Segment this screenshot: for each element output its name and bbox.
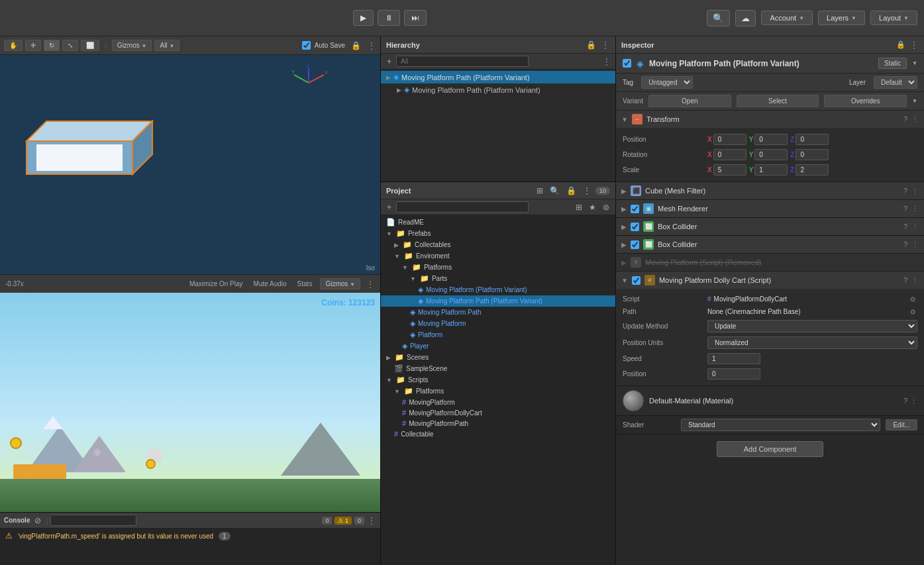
cube-mesh-help[interactable]: ? — [903, 187, 907, 195]
box-collider1-more[interactable]: ⋮ — [911, 223, 919, 231]
layer-select[interactable]: Default — [874, 76, 917, 89]
tag-select[interactable]: Untagged — [641, 76, 693, 89]
box-collider2-header[interactable]: ▶ ⬜ Box Collider ? ⋮ — [616, 236, 924, 253]
console-clear-button[interactable]: ⊘ — [32, 515, 43, 526]
mesh-renderer-header[interactable]: ▶ ▣ Mesh Renderer ? ⋮ — [616, 200, 924, 217]
scale-x-input[interactable] — [713, 164, 746, 176]
dolly-cart-header[interactable]: ▼ # Moving Platform Dolly Cart (Script) … — [616, 272, 924, 289]
box-collider2-more[interactable]: ⋮ — [911, 240, 919, 249]
rot-x-input[interactable] — [713, 149, 746, 160]
tool-scale[interactable]: ⤡ — [62, 40, 78, 51]
hierarchy-lock-button[interactable]: 🔒 — [584, 40, 598, 50]
edit-shader-button[interactable]: Edit... — [886, 419, 917, 431]
project-options-button[interactable]: ⋮ — [581, 185, 593, 196]
hierarchy-item-1[interactable]: ▶ ◈ Moving Platform Path (Platform Varia… — [381, 83, 615, 96]
project-view-button[interactable]: ⊞ — [535, 185, 545, 196]
step-button[interactable]: ⏭ — [404, 10, 427, 26]
scene-more-button[interactable]: ⋮ — [367, 40, 376, 51]
mesh-renderer-checkbox[interactable] — [631, 205, 639, 213]
project-filter[interactable]: ⊜ — [601, 202, 611, 213]
hierarchy-search[interactable] — [396, 56, 529, 67]
scale-z-input[interactable] — [796, 164, 829, 176]
play-button[interactable]: ▶ — [353, 10, 374, 26]
shader-select[interactable]: Standard — [681, 419, 880, 431]
pos-z-input[interactable] — [796, 134, 829, 145]
update-method-select[interactable]: Update FixedUpdate LateUpdate — [707, 320, 917, 333]
project-item-mp[interactable]: ◈ Moving Platform — [381, 318, 615, 329]
project-search-button[interactable]: 🔍 — [548, 185, 562, 196]
cube-mesh-header[interactable]: ▶ ⬛ Cube (Mesh Filter) ? ⋮ — [616, 182, 924, 199]
project-view-toggle[interactable]: ⊞ — [574, 202, 584, 213]
project-item-scripts[interactable]: ▼ 📁 Scripts — [381, 374, 615, 385]
inspector-more-button[interactable]: ⋮ — [909, 40, 919, 50]
project-item-movingplatform[interactable]: # MovingPlatform — [381, 397, 615, 407]
game-more-button[interactable]: ⋮ — [366, 279, 375, 289]
transform-header[interactable]: ▼ ↔ Transform ? ⋮ — [616, 111, 924, 128]
account-button[interactable]: Account ▼ — [761, 11, 813, 25]
cart-position-input[interactable] — [707, 368, 760, 380]
stats-button[interactable]: Stats — [295, 279, 315, 289]
console-search[interactable] — [50, 515, 136, 526]
box-collider1-help[interactable]: ? — [903, 223, 907, 231]
tool-rotate[interactable]: ↻ — [44, 40, 60, 51]
project-item-mppathscript[interactable]: # MovingPlatformPath — [381, 418, 615, 429]
project-item-readme[interactable]: 📄 ReadME — [381, 217, 615, 228]
mesh-renderer-help[interactable]: ? — [903, 205, 907, 213]
mute-audio-button[interactable]: Mute Audio — [251, 279, 289, 289]
material-help[interactable]: ? — [903, 397, 907, 405]
project-item-prefabs[interactable]: ▼ 📁 Prefabs — [381, 228, 615, 239]
select-variant-button[interactable]: Select — [737, 95, 819, 107]
project-search-input[interactable] — [396, 201, 529, 213]
cube-mesh-more[interactable]: ⋮ — [911, 187, 919, 195]
speed-input[interactable] — [707, 353, 760, 364]
search-button[interactable]: 🔍 — [707, 10, 730, 26]
project-item-mpdc[interactable]: # MovingPlatformDollyCart — [381, 407, 615, 418]
game-gizmos-button[interactable]: Gizmos ▼ — [320, 278, 360, 289]
all-dropdown[interactable]: All ▼ — [154, 40, 180, 51]
project-item-scripts-platforms[interactable]: ▼ 📁 Platforms — [381, 385, 615, 397]
layers-button[interactable]: Layers ▼ — [818, 11, 865, 25]
box-collider1-checkbox[interactable] — [631, 223, 639, 231]
layout-button[interactable]: Layout ▼ — [870, 11, 917, 25]
inspector-lock-icon[interactable]: 🔒 — [896, 40, 905, 49]
pos-y-input[interactable] — [754, 134, 788, 145]
project-item-enviroment[interactable]: ▼ 📁 Enviroment — [381, 250, 615, 262]
project-item-platform[interactable]: ◈ Platform — [381, 329, 615, 340]
removed-script-header[interactable]: ▶ # Moving Platform (Script) (Removed) — [616, 254, 924, 271]
box-collider2-checkbox[interactable] — [631, 240, 639, 249]
transform-more[interactable]: ⋮ — [911, 115, 919, 124]
project-item-mppv2[interactable]: ◈ Moving Platform Path (Platform Variant… — [381, 295, 615, 307]
project-lock-button[interactable]: 🔒 — [564, 185, 578, 196]
project-item-mppv1[interactable]: ◈ Moving Platform (Platform Variant) — [381, 284, 615, 295]
rot-z-input[interactable] — [796, 149, 829, 160]
dolly-cart-more[interactable]: ⋮ — [911, 276, 919, 285]
static-button[interactable]: Static — [878, 58, 907, 69]
position-units-select[interactable]: Normalized Distance — [707, 336, 917, 349]
hierarchy-item-0[interactable]: ▶ ◈ Moving Platform Path (Platform Varia… — [381, 71, 615, 83]
scale-y-input[interactable] — [754, 164, 788, 176]
add-component-button[interactable]: Add Component — [717, 441, 824, 457]
rot-y-input[interactable] — [754, 149, 788, 160]
project-item-platforms[interactable]: ▼ 📁 Platforms — [381, 262, 615, 273]
tool-move[interactable]: ✛ — [25, 40, 41, 51]
hierarchy-add-button[interactable]: + — [385, 56, 393, 67]
tool-rect[interactable]: ⬜ — [81, 40, 99, 51]
project-item-mpp[interactable]: ◈ Moving Platform Path — [381, 307, 615, 318]
tool-hand[interactable]: ✋ — [4, 40, 23, 51]
open-variant-button[interactable]: Open — [648, 95, 731, 107]
console-more-button[interactable]: ⋮ — [367, 515, 376, 526]
path-target-button[interactable]: ⊙ — [908, 307, 917, 316]
scene-view[interactable]: X Y Z Iso — [0, 55, 380, 274]
auto-save-checkbox[interactable] — [302, 41, 311, 50]
material-more[interactable]: ⋮ — [910, 397, 917, 405]
project-item-scenes[interactable]: ▶ 📁 Scenes — [381, 352, 615, 363]
hierarchy-more-button[interactable]: ⋮ — [601, 40, 610, 50]
transform-help[interactable]: ? — [903, 115, 907, 123]
pause-button[interactable]: ⏸ — [378, 10, 400, 26]
mesh-renderer-more[interactable]: ⋮ — [911, 205, 919, 213]
project-item-collectable[interactable]: # Collectable — [381, 429, 615, 439]
project-item-player[interactable]: ◈ Player — [381, 340, 615, 352]
script-target-button[interactable]: ⊙ — [908, 295, 917, 303]
obj-active-checkbox[interactable] — [623, 59, 631, 68]
dolly-cart-help[interactable]: ? — [903, 276, 907, 284]
